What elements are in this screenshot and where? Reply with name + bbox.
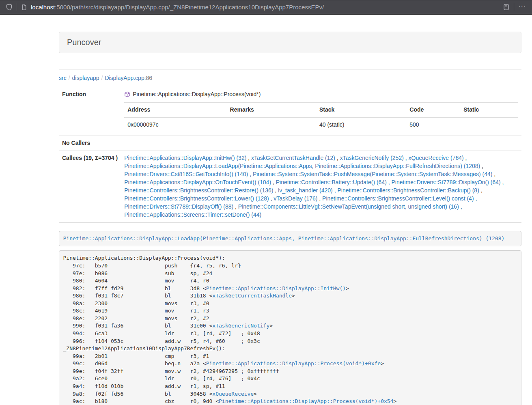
column-header-remarks: Remarks [227,102,316,117]
column-header-address: Address [124,102,226,117]
callee-separator: , [246,155,251,161]
code-value: 500 [406,117,460,132]
remarks-value [227,117,316,132]
callee-link[interactable]: Pinetime::System::SystemTask::PushMessag… [253,171,493,177]
asm-symbol-link[interactable]: Pinetime::Applications::DisplayApp::Proc… [206,360,381,366]
callee-link[interactable]: xTaskGetCurrentTaskHandle (12) [251,155,335,161]
divider [59,69,521,70]
callee-separator: , [480,163,483,169]
page-content: Puncover src/displayapp/DisplayApp.cpp:8… [59,32,521,405]
breadcrumb-separator: / [99,75,105,81]
callee-separator: , [501,179,504,185]
callees-row: Callees (19, Σ=3704 ) Pinetime::Applicat… [59,151,521,222]
callee-link[interactable]: Pinetime::Applications::DisplayApp::Init… [124,155,246,161]
callee-link[interactable]: Pinetime::Controllers::BrightnessControl… [322,195,474,202]
function-table: Function Pinetime::Applications::Display… [59,87,521,223]
callee-separator: , [464,155,467,161]
callee-separator: , [271,179,276,185]
callee-separator: , [248,171,253,177]
column-header-static: Static [460,102,518,117]
more-menu-icon[interactable]: ⋯ [518,4,526,11]
metrics-header-row: Address Remarks Stack Code Static [124,102,518,117]
function-name-text: Pinetime::Applications::DisplayApp::Proc… [133,90,261,99]
address-value: 0x0000097c [124,117,226,132]
asm-symbol-link[interactable]: Pinetime::Applications::DisplayApp::Proc… [219,398,393,404]
asm-symbol-link[interactable]: xQueueReceive [212,391,254,397]
url-path: :5000/path/src/displayapp/DisplayApp.cpp… [55,4,324,11]
function-name: Pinetime::Applications::DisplayApp::Proc… [124,90,518,99]
toolbar-divider [514,3,514,11]
asm-symbol-link[interactable]: Pinetime::Applications::DisplayApp::Init… [206,285,346,291]
callee-link[interactable]: Pinetime::Controllers::BrightnessControl… [337,187,479,194]
callee-link[interactable]: xTaskGenericNotify (252) [340,155,404,161]
function-row-label: Function [59,87,121,136]
breadcrumb-line-number: :86 [144,75,152,81]
callee-separator: , [459,203,462,210]
callees-list: Pinetime::Applications::DisplayApp::Init… [121,151,521,222]
callee-link[interactable]: Pinetime::Controllers::Battery::Update()… [276,179,387,185]
callees-label: Callees (19, Σ=3704 ) [59,151,121,222]
callee-separator: , [492,171,495,177]
callee-link[interactable]: lv_task_handler (420) [278,187,333,194]
metrics-table: Address Remarks Stack Code Static 0x0000… [124,102,518,132]
stack-value: 40 (static) [316,117,406,132]
loadapp-snippet: Pinetime::Applications::DisplayApp::Load… [59,231,521,247]
column-header-code: Code [406,102,460,117]
no-callers-label: No Callers [59,136,121,151]
metrics-value-row: 0x0000097c 40 (static) 500 [124,117,518,132]
reader-mode-icon[interactable] [503,4,510,11]
breadcrumb-link-file[interactable]: DisplayApp.cpp [105,75,144,81]
callee-link[interactable]: Pinetime::Applications::Screens::Timer::… [124,211,261,218]
no-callers-row: No Callers [59,136,521,151]
callee-link[interactable]: xQueueReceive (764) [409,155,464,161]
assembly-listing: Pinetime::Applications::DisplayApp::Proc… [59,250,521,405]
shield-icon[interactable] [6,4,13,11]
breadcrumb-link-src[interactable]: src [59,75,67,81]
toolbar-divider [17,3,17,11]
column-header-stack: Stack [316,102,406,117]
page-icon[interactable] [21,4,27,11]
url-bar[interactable]: localhost:5000/path/src/displayapp/Displ… [31,4,503,11]
callee-link[interactable]: Pinetime::Controllers::BrightnessControl… [124,195,269,202]
asm-symbol-link[interactable]: xTaskGetCurrentTaskHandle [212,293,292,299]
callee-separator: , [333,187,338,194]
callee-separator: , [479,187,482,194]
loadapp-link[interactable]: Pinetime::Applications::DisplayApp::Load… [63,235,505,241]
callee-separator: , [317,195,322,202]
callee-separator: , [273,187,278,194]
callee-separator: , [269,195,274,202]
callee-link[interactable]: Pinetime::Applications::DisplayApp::Load… [124,163,480,169]
breadcrumb: src/displayapp/DisplayApp.cpp:86 [59,75,521,81]
callee-separator: , [404,155,409,161]
callee-link[interactable]: Pinetime::Components::LittleVgl::SetNewT… [238,203,459,210]
browser-toolbar: localhost:5000/path/src/displayapp/Displ… [0,0,532,15]
package-icon [124,91,130,97]
brand-panel: Puncover [59,32,521,53]
brand-link[interactable]: Puncover [67,38,101,47]
callee-separator: , [335,155,340,161]
callee-link[interactable]: Pinetime::Drivers::St7789::DisplayOff() … [124,203,233,210]
callee-separator: , [233,203,238,210]
callee-separator: , [474,195,477,202]
static-value [460,117,518,132]
function-row: Function Pinetime::Applications::Display… [59,87,521,136]
callee-link[interactable]: Pinetime::Applications::DisplayApp::OnTo… [124,179,271,185]
callee-link[interactable]: Pinetime::Drivers::St7789::DisplayOn() (… [392,179,501,185]
url-host: localhost [31,4,55,11]
breadcrumb-link-displayapp[interactable]: displayapp [72,75,99,81]
callee-link[interactable]: vTaskDelay (176) [274,195,317,202]
breadcrumb-separator: / [67,75,72,81]
callee-separator: , [387,179,392,185]
asm-symbol-link[interactable]: xTaskGenericNotify [212,323,269,329]
callee-link[interactable]: Pinetime::Drivers::Cst816S::GetTouchInfo… [124,171,248,177]
callee-link[interactable]: Pinetime::Controllers::BrightnessControl… [124,187,273,194]
